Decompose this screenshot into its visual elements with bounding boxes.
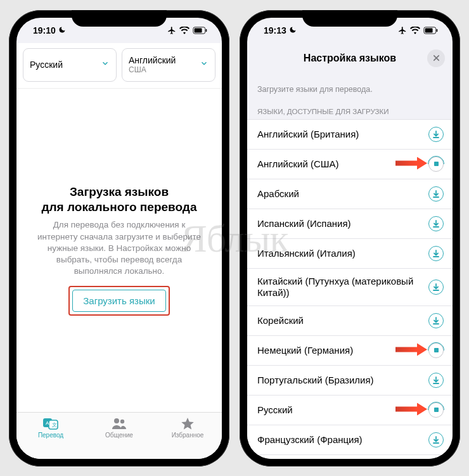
language-row[interactable]: Китайский (Путунхуа (материковый Китай)) [247,269,453,306]
tab-favorites[interactable]: Избранное [153,416,222,459]
download-icon[interactable] [428,280,444,295]
close-button[interactable] [427,49,445,67]
download-icon[interactable] [428,186,444,202]
airplane-icon [398,26,407,35]
language-row[interactable]: Арабский [247,179,453,209]
language-row[interactable]: Английский (США) [247,150,453,179]
language-row[interactable]: Русский [247,396,453,425]
download-icon[interactable] [428,216,444,231]
wifi-icon [179,27,190,34]
target-language-select[interactable]: Английский США [122,48,215,82]
svg-rect-1 [195,28,202,32]
chevron-down-icon [200,59,209,70]
svg-rect-11 [437,29,438,31]
language-row[interactable]: Английский (Британия) [247,120,453,150]
star-icon [179,416,196,430]
svg-text:文: 文 [52,422,57,428]
empty-state-description: Для перевода без подключения к интернету… [33,219,205,277]
language-name: Русский [257,404,428,416]
download-languages-button[interactable]: Загрузить языки [72,290,165,312]
language-name: Китайский (Путунхуа (материковый Китай)) [257,276,428,299]
tab-label: Избранное [172,432,204,439]
empty-state-title: Загрузка языков для локального перевода [41,184,196,215]
tab-translate[interactable]: A文 Перевод [16,416,85,459]
battery-icon [423,27,439,34]
stop-download-icon[interactable] [428,343,444,358]
close-icon [433,53,440,63]
phone-left: 19:10 Русский [9,10,229,466]
language-name: Английский (Британия) [257,129,428,140]
language-row[interactable]: Португальский (Бразилия) [247,366,453,396]
wifi-icon [410,27,420,34]
sheet-body: Загрузите языки для перевода. ЯЗЫКИ, ДОС… [247,74,453,459]
svg-rect-10 [425,28,433,32]
language-name: Итальянский (Италия) [257,248,428,259]
language-selector-row: Русский Английский США [16,43,222,89]
tab-chat[interactable]: Общение [85,416,153,459]
svg-point-8 [120,419,124,423]
status-time: 19:10 [33,25,56,35]
tab-bar: A文 Перевод Общение Избранное [16,412,222,459]
source-language-select[interactable]: Русский [23,48,117,82]
language-name: Французский (Франция) [257,434,428,446]
language-row[interactable]: Испанский (Испания) [247,209,453,239]
language-name: Испанский (Испания) [257,218,428,229]
svg-point-7 [114,418,119,423]
language-name: Арабский [257,188,428,200]
download-icon[interactable] [428,432,444,447]
tab-label: Перевод [38,432,63,439]
battery-icon [193,27,208,34]
stop-download-icon[interactable] [428,402,444,418]
section-hint: Загрузите языки для перевода. [247,74,453,98]
status-time: 19:13 [264,25,286,35]
dnd-moon-icon [289,25,297,35]
language-name: Немецкий (Германия) [257,345,428,356]
download-icon[interactable] [428,313,444,328]
target-language-sub: США [129,65,176,74]
phone-right: 19:13 Настройка языков Загрузите языки д… [240,10,460,466]
sheet-header: Настройка языков [247,43,453,74]
svg-text:A: A [46,420,49,426]
dnd-moon-icon [58,25,66,35]
tab-label: Общение [105,432,133,439]
download-icon[interactable] [428,373,444,388]
download-icon[interactable] [428,246,444,261]
stop-download-icon[interactable] [428,157,444,172]
language-name: Португальский (Бразилия) [257,375,428,386]
highlight-annotation: Загрузить языки [68,286,169,316]
language-row[interactable]: Немецкий (Германия) [247,336,453,366]
language-row[interactable]: Итальянский (Италия) [247,239,453,269]
source-language-label: Русский [30,60,63,70]
language-row[interactable]: Японский [247,455,453,459]
languages-list: Английский (Британия)Английский (США)Ара… [247,119,453,459]
people-icon [111,416,127,430]
notch [302,10,397,27]
sheet-title: Настройка языков [304,53,396,64]
airplane-icon [167,26,176,35]
notch [72,10,167,27]
language-row[interactable]: Корейский [247,306,453,336]
download-icon[interactable] [428,127,444,142]
language-name: Корейский [257,315,428,326]
svg-rect-2 [206,29,207,31]
language-name: Английский (США) [257,158,428,170]
target-language-label: Английский [129,55,176,65]
section-header: ЯЗЫКИ, ДОСТУПНЫЕ ДЛЯ ЗАГРУЗКИ [247,98,453,119]
chevron-down-icon [101,59,110,70]
empty-state: Загрузка языков для локального перевода … [16,89,222,412]
translate-icon: A文 [42,416,59,430]
language-row[interactable]: Французский (Франция) [247,425,453,455]
